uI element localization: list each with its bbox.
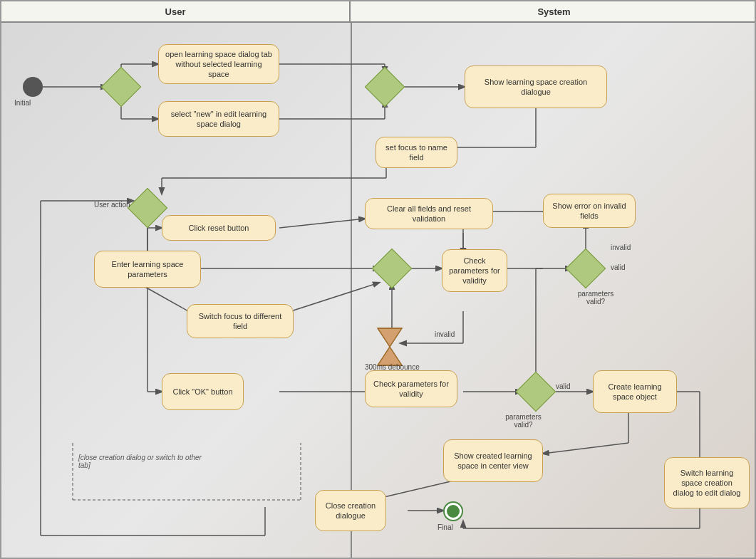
check-params-top-node: Check parameters for validity [442, 249, 507, 292]
params-valid-label-bottom: parameters valid? [500, 413, 547, 429]
final-state [443, 501, 463, 521]
svg-line-40 [543, 443, 628, 454]
swimlane-system: System [351, 1, 756, 23]
set-focus-node: set focus to name field [376, 137, 457, 168]
clear-fields-node: Clear all fields and reset validation [365, 198, 493, 229]
click-ok-node: Click "OK" button [162, 373, 244, 410]
click-reset-node: Click reset button [162, 215, 276, 241]
final-label: Final [437, 523, 453, 531]
params-valid-diamond-top [566, 249, 606, 289]
swimlane-user: User [1, 1, 351, 23]
fork-diamond-top [101, 67, 142, 108]
show-error-node: Show error on invalid fields [543, 194, 636, 228]
debounce-timer [372, 325, 408, 368]
enter-params-node: Enter learning space parameters [94, 251, 201, 288]
initial-label: Initial [14, 99, 31, 107]
swimlane-divider [351, 23, 352, 558]
system-fork-diamond [365, 67, 405, 108]
invalid-label-top: invalid [611, 244, 631, 251]
switch-focus-node: Switch focus to different field [187, 304, 294, 338]
diagram-container: User System [0, 0, 756, 559]
params-valid-label-top: parameters valid? [574, 290, 617, 305]
params-valid-diamond-bottom [516, 372, 556, 412]
valid-label-bottom: valid [556, 382, 571, 390]
show-center-view-node: Show created learning space in center vi… [443, 439, 543, 482]
check-params-bottom-node: Check parameters for validity [365, 370, 457, 407]
create-object-node: Create learning space object [593, 370, 677, 413]
show-creation-dialogue-node: Show learning space creation dialogue [465, 66, 607, 108]
final-inner [447, 505, 460, 518]
close-dialogue-node: Close creation dialogue [315, 490, 386, 531]
svg-line-21 [279, 219, 365, 228]
check-validity-diamond [372, 249, 413, 289]
invalid-label-bottom-top: invalid [435, 330, 455, 338]
open-dialog-tab-node: open learning space dialog tab without s… [158, 44, 279, 84]
switch-to-edit-node: Switch learning space creation dialog to… [664, 457, 750, 508]
bracket-label: [close creation dialog or switch to othe… [78, 454, 207, 469]
svg-marker-55 [378, 328, 402, 347]
valid-label-top: valid [611, 263, 626, 271]
initial-state [23, 77, 43, 97]
select-new-node: select "new" in edit learning space dial… [158, 101, 279, 137]
user-action-label: User action [94, 201, 130, 209]
